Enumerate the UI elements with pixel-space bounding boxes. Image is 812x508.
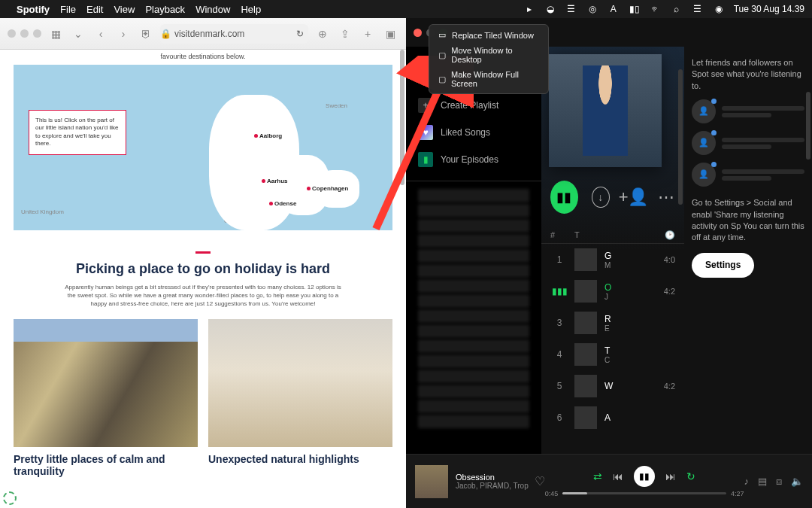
section-body: Apparently human beings get a bit stress… [60, 283, 346, 309]
table-row[interactable]: 3RE [541, 307, 684, 339]
table-row[interactable]: 6A [541, 402, 684, 433]
battery-icon[interactable]: ▮▯ [629, 3, 641, 15]
spotify-scrollbar[interactable] [678, 69, 683, 205]
city-odense[interactable]: Odense [269, 200, 296, 207]
edit-badge-icon[interactable] [3, 491, 17, 505]
safari-traffic-lights[interactable] [8, 29, 41, 38]
list-item[interactable] [418, 219, 529, 233]
col-duration-icon[interactable]: 🕑 [653, 230, 675, 240]
queue-icon[interactable]: ▤ [758, 476, 767, 488]
sidebar-your-episodes[interactable]: ▮Your Episodes [406, 146, 541, 173]
menu-help[interactable]: Help [241, 4, 261, 15]
play-button[interactable]: ▮▮ [550, 181, 578, 214]
lyrics-icon[interactable]: ♪ [744, 476, 750, 488]
progress-bar[interactable] [562, 492, 726, 494]
list-item[interactable] [418, 279, 529, 293]
menu-replace-tiled[interactable]: ▭Replace Tiled Window [429, 27, 548, 43]
menu-edit[interactable]: Edit [86, 4, 103, 15]
list-item[interactable] [418, 339, 529, 353]
previous-icon[interactable]: ⏮ [613, 470, 623, 482]
list-item[interactable] [418, 204, 529, 217]
menu-playback[interactable]: Playback [145, 4, 185, 15]
chevron-down-icon[interactable]: ⌄ [70, 26, 86, 42]
menubar-icon-1[interactable]: ▸ [523, 3, 535, 15]
friends-scrollbar[interactable] [806, 92, 810, 160]
control-center-icon[interactable]: ☰ [692, 3, 704, 15]
tile-calm-title: Pretty little places of calm and tranqui… [14, 453, 198, 479]
list-item[interactable] [418, 415, 529, 428]
sidebar-playlists [406, 181, 541, 428]
col-title[interactable]: T [574, 230, 653, 240]
menu-move-desktop[interactable]: ▢Move Window to Desktop [429, 43, 548, 67]
sidebar-create-playlist[interactable]: +Create Playlist [406, 92, 541, 119]
reload-icon[interactable]: ↻ [296, 29, 308, 39]
list-item[interactable] [418, 309, 529, 323]
now-playing-art[interactable] [415, 465, 448, 498]
menubar-icon-4[interactable]: ◎ [586, 3, 598, 15]
tile-calm[interactable]: Pretty little places of calm and tranqui… [14, 319, 198, 479]
tabs-icon[interactable]: ▣ [382, 26, 398, 42]
add-user-icon[interactable]: +👤 [623, 187, 644, 208]
safari-scrollbar[interactable] [400, 50, 404, 185]
menu-file[interactable]: File [60, 4, 76, 15]
list-item[interactable] [418, 385, 529, 398]
now-playing-title[interactable]: Obsession [456, 473, 529, 482]
volume-icon[interactable]: 🔈 [791, 476, 803, 488]
settings-button[interactable]: Settings [692, 253, 754, 278]
menu-view[interactable]: View [114, 4, 135, 15]
list-item[interactable] [418, 234, 529, 248]
keyboard-icon[interactable]: A [607, 3, 620, 15]
friend-placeholder: 👤 [692, 163, 804, 187]
menubar-icon-2[interactable]: ◒ [544, 3, 556, 15]
list-item[interactable] [418, 400, 529, 413]
table-row[interactable]: 5W4:2 [541, 370, 684, 402]
tile-natural[interactable]: Unexpected natural highlights [208, 319, 392, 479]
sidebar-toggle-icon[interactable]: ▦ [47, 26, 64, 42]
close-icon[interactable] [414, 29, 422, 37]
shuffle-icon[interactable]: ⇄ [593, 470, 602, 482]
play-pause-button[interactable]: ▮▮ [634, 466, 655, 487]
download-icon[interactable]: ⊕ [314, 26, 331, 42]
spotify-sidebar: +Create Playlist ♥Liked Songs ▮Your Epis… [406, 47, 541, 454]
new-tab-icon[interactable]: + [359, 26, 376, 42]
back-icon[interactable]: ‹ [92, 26, 109, 42]
list-item[interactable] [418, 264, 529, 278]
siri-icon[interactable]: ◉ [713, 3, 725, 15]
col-number[interactable]: # [550, 230, 568, 240]
list-item[interactable] [418, 189, 529, 202]
menubar-app-name[interactable]: Spotify [17, 4, 50, 15]
repeat-icon[interactable]: ↻ [686, 470, 695, 482]
spotlight-icon[interactable]: ⌕ [671, 3, 683, 15]
menu-full-screen[interactable]: ▢Make Window Full Screen [429, 67, 548, 91]
table-row[interactable]: 1GM4:0 [541, 244, 684, 275]
table-row[interactable]: ▮▮▮OJ4:2 [541, 275, 684, 307]
city-aalborg[interactable]: Aalborg [254, 132, 282, 139]
list-item[interactable] [418, 324, 529, 338]
table-row[interactable]: 4TC [541, 339, 684, 370]
next-icon[interactable]: ⏭ [665, 470, 676, 482]
download-playlist-icon[interactable]: ↓ [592, 187, 610, 208]
sidebar-liked-songs[interactable]: ♥Liked Songs [406, 119, 541, 146]
like-icon[interactable]: ♡ [535, 474, 545, 488]
more-icon[interactable]: ⋯ [658, 187, 675, 208]
url-field[interactable]: 🔒 visitdenmark.com ↻ [160, 24, 308, 44]
tile-icon: ▭ [437, 30, 447, 40]
list-item[interactable] [418, 354, 529, 368]
now-playing-artist[interactable]: Jacob, PIRAMD, Trop [456, 482, 529, 490]
list-item[interactable] [418, 294, 529, 308]
list-item[interactable] [418, 370, 529, 383]
devices-icon[interactable]: ⧈ [776, 476, 782, 488]
list-item[interactable] [418, 249, 529, 263]
shield-icon[interactable]: ⛨ [138, 26, 154, 42]
menu-window[interactable]: Window [195, 4, 230, 15]
share-icon[interactable]: ⇪ [337, 26, 353, 42]
city-aarhus[interactable]: Aarhus [262, 178, 288, 184]
wifi-icon[interactable]: ᯤ [650, 3, 662, 15]
playlist-cover[interactable] [549, 54, 662, 167]
menubar-datetime[interactable]: Tue 30 Aug 14.39 [734, 4, 804, 14]
menubar-icon-3[interactable]: ☰ [565, 3, 577, 15]
forward-icon[interactable]: › [115, 26, 132, 42]
tile-natural-title: Unexpected natural highlights [208, 453, 392, 466]
denmark-map[interactable]: This is us! Click on the part of our lit… [14, 65, 392, 230]
city-copenhagen[interactable]: Copenhagen [307, 185, 348, 192]
